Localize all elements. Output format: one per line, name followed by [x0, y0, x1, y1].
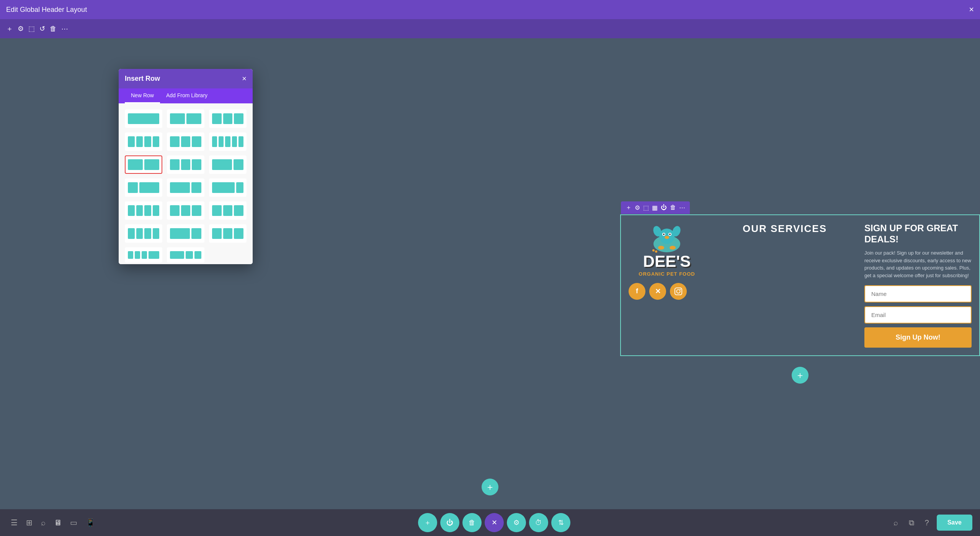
- center-add-button[interactable]: ＋: [418, 513, 437, 532]
- svg-point-5: [669, 234, 671, 235]
- center-history-button[interactable]: ⏱: [529, 513, 548, 532]
- row-more-icon[interactable]: ⋯: [679, 204, 685, 211]
- bottom-toolbar-right: ⌕ ⧉ ? Save: [890, 515, 973, 531]
- add-row-button-1[interactable]: ＋: [792, 367, 808, 384]
- layout-option-5col-r2[interactable]: [125, 247, 162, 263]
- layout-option-1-small[interactable]: [209, 178, 247, 197]
- layout-option-3col-v2[interactable]: [167, 132, 204, 151]
- bottom-hamburger-icon[interactable]: ☰: [8, 515, 21, 530]
- layout-option-2col-selected[interactable]: [125, 155, 162, 174]
- layout-option-4col[interactable]: [125, 132, 162, 151]
- canvas-area: ＋ ⚙ ⬚ ▦ ⏻ 🗑 ⋯: [0, 38, 980, 509]
- row-settings-icon[interactable]: ⚙: [635, 204, 640, 211]
- brand-name: Dee's: [643, 253, 691, 270]
- svg-point-11: [652, 249, 655, 252]
- facebook-icon[interactable]: f: [629, 283, 645, 300]
- title-bar-title: Edit Global Header Layout: [6, 6, 87, 14]
- center-column: OUR SERVICES: [713, 223, 857, 242]
- bottom-tablet-icon[interactable]: ▭: [67, 515, 80, 530]
- layout-option-3-small[interactable]: [209, 224, 247, 243]
- row-column-icon[interactable]: ▦: [652, 204, 658, 211]
- bottom-toolbar-center: ＋ ⏻ 🗑 ✕ ⚙ ⏱ ⇅: [418, 513, 570, 532]
- row-duplicate-icon[interactable]: ⬚: [643, 204, 649, 211]
- logo-container: Dee's ORGANIC PET FOOD: [629, 223, 705, 277]
- row-add-icon[interactable]: ＋: [626, 204, 632, 212]
- reset-icon[interactable]: ↺: [39, 25, 45, 33]
- svg-point-15: [680, 289, 681, 290]
- layout-option-4col-r3[interactable]: [125, 224, 162, 243]
- layout-option-2col-right[interactable]: [209, 155, 247, 174]
- tab-new-row[interactable]: New Row: [125, 88, 160, 103]
- left-column: Dee's ORGANIC PET FOOD f ✕: [629, 223, 705, 300]
- row-toolbar: ＋ ⚙ ⬚ ▦ ⏻ 🗑 ⋯: [621, 201, 690, 214]
- social-icons: f ✕: [629, 283, 705, 300]
- center-power-button[interactable]: ⏻: [440, 513, 459, 532]
- insert-row-modal: Insert Row × New Row Add From Library: [119, 69, 253, 264]
- title-bar: Edit Global Header Layout ×: [0, 0, 980, 19]
- dog-logo-graphic: [644, 223, 690, 253]
- signup-title: SIGN UP FOR GREAT DEALS!: [864, 223, 972, 245]
- modal-header: Insert Row ×: [119, 69, 253, 88]
- layout-option-3col[interactable]: [209, 109, 247, 128]
- modal-close-button[interactable]: ×: [242, 74, 247, 83]
- layout-option-wide-small-r7[interactable]: [167, 247, 204, 263]
- center-delete-button[interactable]: 🗑: [462, 513, 482, 532]
- layout-option-mix-r5[interactable]: [167, 201, 204, 220]
- tab-from-library[interactable]: Add From Library: [160, 88, 214, 103]
- bottom-layers-icon[interactable]: ⧉: [906, 515, 917, 530]
- secondary-toolbar: ＋ ⚙ ⬚ ↺ 🗑 ⋯: [0, 19, 980, 38]
- title-bar-close-button[interactable]: ×: [969, 5, 974, 15]
- center-sort-button[interactable]: ⇅: [551, 513, 570, 532]
- bottom-toolbar-left: ☰ ⊞ ⌕ 🖥 ▭ 📱: [8, 515, 98, 530]
- delete-icon[interactable]: 🗑: [50, 25, 57, 33]
- title-bar-left: Edit Global Header Layout: [6, 6, 87, 14]
- signup-button[interactable]: Sign Up Now!: [864, 327, 972, 348]
- add-row-button-2[interactable]: ＋: [482, 479, 498, 495]
- svg-point-10: [670, 246, 676, 250]
- bottom-toolbar: ☰ ⊞ ⌕ 🖥 ▭ 📱 ＋ ⏻ 🗑 ✕ ⚙ ⏱ ⇅ ⌕ ⧉ ? Save: [0, 509, 980, 536]
- right-column: SIGN UP FOR GREAT DEALS! Join our pack! …: [864, 223, 972, 348]
- layout-option-1-2[interactable]: [125, 178, 162, 197]
- layout-option-2-1[interactable]: [167, 178, 204, 197]
- settings-icon[interactable]: ⚙: [18, 25, 24, 33]
- layout-option-2col[interactable]: [167, 109, 204, 128]
- center-close-button[interactable]: ✕: [485, 513, 504, 532]
- layout-option-5col[interactable]: [209, 132, 247, 151]
- content-row: Dee's ORGANIC PET FOOD f ✕: [629, 223, 972, 348]
- svg-point-6: [665, 236, 669, 239]
- services-title: OUR SERVICES: [713, 223, 857, 235]
- add-icon[interactable]: ＋: [6, 24, 13, 33]
- email-input[interactable]: [864, 306, 972, 324]
- layout-option-empty: [209, 247, 247, 263]
- row-power-icon[interactable]: ⏻: [661, 204, 667, 211]
- more-icon[interactable]: ⋯: [61, 25, 68, 33]
- svg-point-14: [676, 289, 680, 293]
- instagram-icon[interactable]: [670, 283, 687, 300]
- layout-option-3col-r5[interactable]: [209, 201, 247, 220]
- bottom-grid-icon[interactable]: ⊞: [23, 515, 36, 530]
- save-button[interactable]: Save: [937, 515, 972, 531]
- layout-grid: [125, 109, 247, 263]
- layout-option-4col-r2[interactable]: [125, 201, 162, 220]
- svg-point-9: [658, 246, 664, 250]
- bottom-search-icon[interactable]: ⌕: [38, 515, 49, 530]
- modal-tabs: New Row Add From Library: [119, 88, 253, 103]
- name-input[interactable]: [864, 285, 972, 302]
- row-delete-icon[interactable]: 🗑: [670, 204, 676, 211]
- bottom-help-icon[interactable]: ?: [922, 515, 932, 530]
- bottom-search-right-icon[interactable]: ⌕: [890, 515, 901, 530]
- layout-option-2wide[interactable]: [167, 224, 204, 243]
- modal-body: [119, 103, 253, 264]
- duplicate-icon[interactable]: ⬚: [28, 25, 35, 33]
- twitter-icon[interactable]: ✕: [649, 283, 666, 300]
- page-preview: ＋ ⚙ ⬚ ▦ ⏻ 🗑 ⋯: [620, 214, 980, 356]
- bottom-desktop-icon[interactable]: 🖥: [51, 515, 65, 530]
- layout-option-1col[interactable]: [125, 109, 162, 128]
- bottom-mobile-icon[interactable]: 📱: [83, 515, 98, 530]
- center-settings-button[interactable]: ⚙: [507, 513, 526, 532]
- svg-point-4: [663, 234, 665, 235]
- signup-description: Join our pack! Sign up for our newslette…: [864, 249, 972, 279]
- brand-subtitle: ORGANIC PET FOOD: [639, 271, 695, 277]
- layout-option-3col-mixed[interactable]: [167, 155, 204, 174]
- modal-title: Insert Row: [125, 75, 160, 83]
